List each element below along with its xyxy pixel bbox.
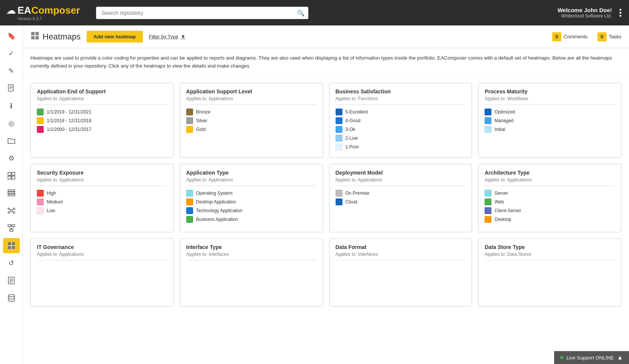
color-swatch <box>37 207 44 214</box>
card-title: Application Support Level <box>186 88 317 95</box>
filter-by-type-button[interactable]: Filter by Type ▼ <box>149 34 186 39</box>
card-title: Security Exposure <box>37 170 167 176</box>
svg-rect-21 <box>12 225 15 227</box>
heatmap-card-business-satisfaction[interactable]: Business Satisfaction Applies to: Functi… <box>329 83 472 158</box>
color-swatch <box>485 190 491 197</box>
svg-point-11 <box>10 210 13 212</box>
heatmap-card-application-type[interactable]: Application Type Applies to: Application… <box>180 164 323 232</box>
sidebar-item-database[interactable] <box>3 290 20 306</box>
heatmap-color-item: Server <box>485 190 615 197</box>
heatmap-card-process-maturity[interactable]: Process Maturity Applies to: Workflows O… <box>478 83 621 158</box>
heatmap-card-it-governance[interactable]: IT Governance Applies to: Applications <box>30 238 174 307</box>
heatmap-color-item: 5-Excellent <box>336 109 466 115</box>
user-info: Welcome John Doe! Whitecloud Software Lt… <box>558 7 612 19</box>
color-label: 1/1/2019 - 12/31/2021 <box>47 109 91 115</box>
header-menu-button[interactable] <box>618 7 623 18</box>
card-subtitle: Applies to: Data Stores <box>485 252 615 260</box>
color-swatch <box>186 126 193 133</box>
card-title: Process Maturity <box>485 88 615 95</box>
sidebar-item-settings[interactable]: ⚙ <box>3 151 20 166</box>
card-title: Data Format <box>336 244 466 250</box>
color-swatch <box>485 109 491 115</box>
svg-rect-4 <box>8 172 11 175</box>
color-swatch <box>186 109 193 115</box>
heatmap-card-interface-type[interactable]: Interface Type Applies to: Interfaces <box>180 238 323 307</box>
dot1 <box>619 9 621 11</box>
tasks-label: Tasks <box>609 34 621 39</box>
color-label: Client-Server <box>494 208 521 213</box>
add-heatmap-button[interactable]: Add new heatmap <box>87 31 143 43</box>
heatmap-card-app-support-level[interactable]: Application Support Level Applies to: Ap… <box>180 83 323 158</box>
card-subtitle: Applies to: Applications <box>37 177 167 186</box>
color-swatch <box>37 117 44 124</box>
sidebar-item-target[interactable]: ◎ <box>3 116 20 131</box>
svg-rect-10 <box>8 194 15 196</box>
live-support-bar[interactable]: Live Support ONLINE ▲ <box>554 351 629 364</box>
card-title: Architecture Type <box>485 170 615 176</box>
color-swatch <box>186 190 193 197</box>
comments-button[interactable]: 0 Comments <box>552 32 588 41</box>
tasks-badge: 0 <box>597 32 607 41</box>
heatmap-color-item: Client-Server <box>485 207 615 214</box>
sidebar-item-document[interactable] <box>3 81 20 96</box>
heatmap-card-app-end-support[interactable]: Application End of Support Applies to: A… <box>30 83 174 158</box>
color-swatch <box>37 199 44 205</box>
heatmap-color-item: Operating System <box>186 190 317 197</box>
heatmap-color-item: Optimized <box>485 109 615 115</box>
content-area: Heatmaps Add new heatmap Filter by Type … <box>23 25 629 364</box>
live-support-label: Live Support ONLINE <box>566 355 614 361</box>
comments-badge: 0 <box>552 32 561 41</box>
page-header: Heatmaps Add new heatmap Filter by Type … <box>23 25 629 48</box>
sidebar-item-grid2[interactable] <box>3 186 20 201</box>
heatmap-color-item: Cloud <box>336 199 466 205</box>
sidebar-item-folder[interactable] <box>3 133 20 148</box>
sidebar-item-check[interactable]: ✓ <box>3 46 20 61</box>
heatmap-card-architecture-type[interactable]: Architecture Type Applies to: Applicatio… <box>478 164 621 232</box>
sidebar-item-diagram[interactable] <box>3 221 20 236</box>
sidebar-item-report[interactable] <box>3 273 20 288</box>
sidebar-item-bookmark[interactable]: 🔖 <box>3 28 20 44</box>
color-swatch <box>336 135 342 142</box>
svg-rect-28 <box>12 242 15 245</box>
sidebar-item-edit[interactable]: ✎ <box>3 63 20 79</box>
search-input[interactable] <box>96 6 309 19</box>
card-title: Deployment Model <box>336 170 466 176</box>
heatmap-color-item: 1/1/2018 - 12/31/2018 <box>37 117 167 124</box>
heatmap-color-item: 4-Good <box>336 117 466 124</box>
sidebar-item-refresh[interactable]: ↺ <box>3 255 20 271</box>
heatmap-color-item: Web <box>485 199 615 205</box>
color-swatch <box>336 117 342 124</box>
heatmap-color-item: Managed <box>485 117 615 124</box>
search-bar: 🔍 <box>96 6 309 19</box>
sidebar-item-heatmap[interactable] <box>3 238 20 253</box>
heatmap-card-security-exposure[interactable]: Security Exposure Applies to: Applicatio… <box>30 164 174 232</box>
heatmap-card-data-store-type[interactable]: Data Store Type Applies to: Data Stores <box>478 238 621 307</box>
heatmap-color-item: 1/1/2000 - 12/31/2017 <box>37 126 167 133</box>
color-swatch <box>37 109 44 115</box>
heatmap-color-item: 3-Ok <box>336 126 466 133</box>
sidebar-item-info[interactable]: ℹ <box>3 98 20 113</box>
heatmap-color-item: Low <box>37 207 167 214</box>
heatmap-color-item: Gold <box>186 126 317 133</box>
heatmap-card-data-format[interactable]: Data Format Applies to: Interfaces <box>329 238 472 307</box>
card-subtitle: Applies to: Applications <box>37 252 167 260</box>
color-label: Medium <box>47 199 63 205</box>
tasks-button[interactable]: 0 Tasks <box>597 32 621 41</box>
color-label: Managed <box>494 118 513 123</box>
svg-point-38 <box>8 295 14 297</box>
live-support-chevron: ▲ <box>617 354 623 361</box>
card-subtitle: Applies to: Applications <box>37 96 167 105</box>
color-label: Operating System <box>196 191 233 196</box>
sidebar-item-grid1[interactable] <box>3 168 20 183</box>
app-name: EAComposer <box>17 5 80 16</box>
user-company: Whitecloud Software Ltd. <box>558 13 612 19</box>
color-swatch <box>485 199 491 205</box>
svg-rect-33 <box>8 277 14 284</box>
color-swatch <box>336 109 342 115</box>
user-name: Welcome John Doe! <box>558 7 612 13</box>
main-layout: 🔖 ✓ ✎ ℹ ◎ ⚙ ↺ <box>0 25 629 364</box>
card-subtitle: Applies to: Interfaces <box>186 252 317 260</box>
heatmap-card-deployment-model[interactable]: Deployment Model Applies to: Application… <box>329 164 472 232</box>
dot3 <box>619 15 621 17</box>
sidebar-item-nodes[interactable] <box>3 203 20 218</box>
